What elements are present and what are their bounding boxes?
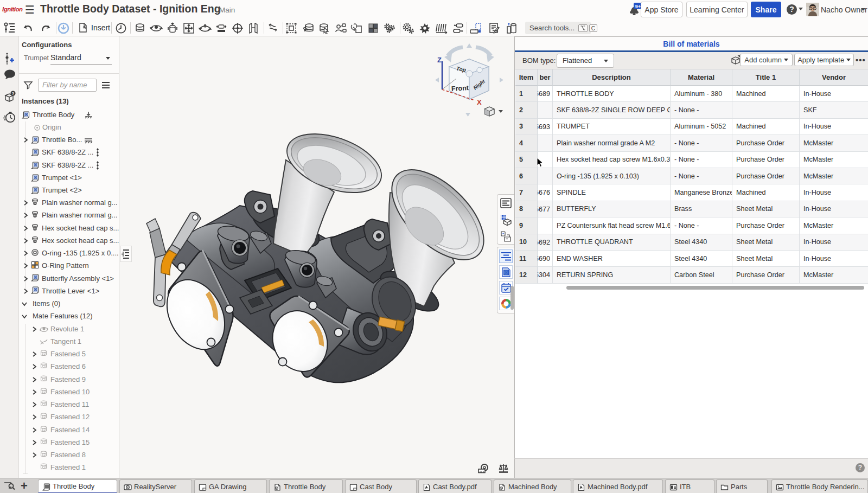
svg-text:9+: 9+ <box>635 4 641 9</box>
svg-text:X: X <box>477 98 482 106</box>
svg-text:Front: Front <box>451 84 470 93</box>
svg-text:Z: Z <box>437 56 442 64</box>
svg-text:?: ? <box>12 91 15 96</box>
